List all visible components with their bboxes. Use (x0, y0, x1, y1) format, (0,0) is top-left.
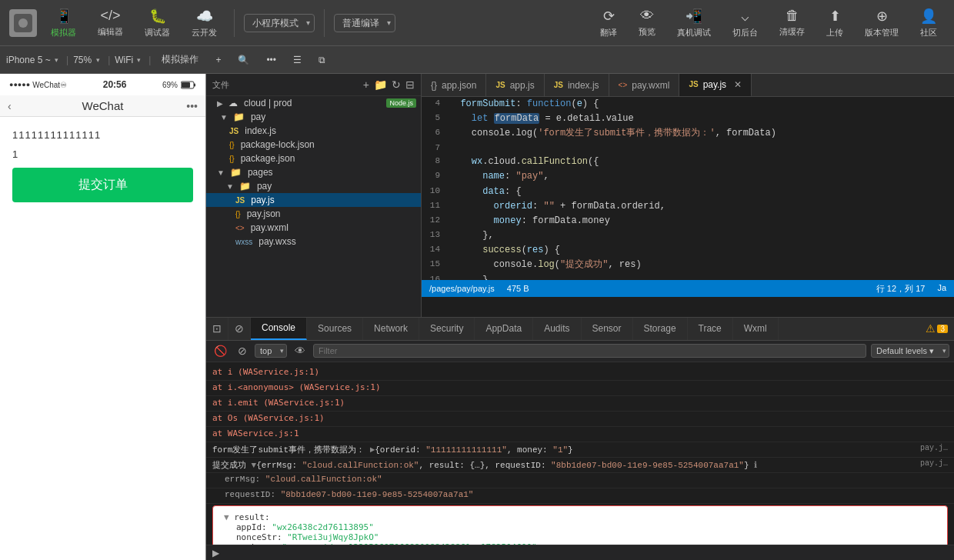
clear-btn[interactable]: 🗑 清缓存 (772, 5, 812, 41)
code-area[interactable]: 4 formSubmit: function(e) { 5 let formDa… (422, 97, 954, 280)
tree-item-pkg[interactable]: {} package.json (206, 152, 421, 165)
context-select-wrap[interactable]: top (255, 344, 287, 358)
menu-icon: ••• (266, 55, 276, 65)
tab-security[interactable]: Security (419, 317, 475, 340)
tree-item-pages[interactable]: ▼ 📁 pages (206, 165, 421, 179)
tab-app-js[interactable]: JS app.js (486, 74, 544, 97)
compile-select[interactable]: 普通编译 (334, 14, 395, 32)
tree-item-indexjs[interactable]: JS index.js (206, 124, 421, 138)
tab-sensor[interactable]: Sensor (582, 317, 633, 340)
close-tab-icon[interactable]: ✕ (734, 79, 742, 90)
zoom-select-wrap[interactable]: 75% (73, 55, 103, 65)
dt-clear-btn[interactable]: 🚫 (211, 343, 230, 358)
console-output[interactable]: at i (WAService.js:1) at i.<anonymous> (… (206, 362, 954, 545)
tab-app-json[interactable]: {} app.json (422, 74, 486, 97)
console-filter-input[interactable] (313, 344, 866, 358)
tab-storage[interactable]: Storage (633, 317, 688, 340)
dt-stop-btn[interactable]: ⊘ (235, 343, 250, 358)
refresh-icon[interactable]: ↻ (392, 78, 401, 91)
tab-pay-wxml[interactable]: <> pay.wxml (609, 74, 680, 97)
wifi-select[interactable]: WiFi (115, 55, 144, 65)
dt-warn-area: ⚠ 3 (926, 322, 954, 335)
dt-eye-btn[interactable]: 👁 (292, 343, 309, 358)
sim-back-icon[interactable]: ‹ (8, 100, 12, 112)
tab-wxml[interactable]: Wxml (733, 317, 779, 340)
device-select[interactable]: iPhone 5 ~ (6, 55, 62, 65)
list-btn[interactable]: ☰ (287, 53, 308, 67)
translate-btn[interactable]: ⟳ 翻译 (592, 5, 625, 42)
levels-select[interactable]: Default levels ▾ (871, 344, 949, 358)
upload-btn[interactable]: ⬆ 上传 (819, 5, 851, 42)
sim-op-btn[interactable]: 模拟操作 (155, 52, 205, 68)
code-line-10: 10 data: { (422, 185, 954, 199)
console-err-1[interactable]: at i (WAService.js:1) (206, 365, 954, 381)
debugger-btn[interactable]: 🐛 调试器 (137, 5, 178, 42)
tab-index-js[interactable]: JS index.js (545, 74, 609, 97)
svg-rect-3 (182, 82, 190, 88)
upper-area: 文件 + 📁 ↻ ⊟ ▶ ☁ cloud | prod Node.js (206, 74, 954, 317)
menu-btn[interactable]: ••• (260, 53, 282, 67)
json-icon-pay: {} (235, 210, 241, 218)
debugger-icon: 🐛 (149, 8, 166, 25)
code-line-14: 14 success(res) { (422, 243, 954, 258)
wifi-select-wrap[interactable]: WiFi (115, 55, 144, 65)
json-icon-pkg: {} (229, 155, 235, 163)
dt-cursor-icon[interactable]: ⊡ (212, 322, 222, 335)
cut-btn[interactable]: ⌵ 切后台 (725, 5, 766, 42)
page-btn[interactable]: ⧉ (312, 53, 332, 67)
tree-item-pkglock[interactable]: {} package-lock.json (206, 138, 421, 152)
tree-item-pay-sub[interactable]: ▼ 📁 pay (206, 179, 421, 193)
second-divider-2: | (108, 55, 110, 65)
console-err-3[interactable]: at i.emit (WAService.js:1) (206, 396, 954, 412)
search-btn[interactable]: 🔍 (232, 53, 255, 67)
version-btn[interactable]: ⊕ 版本管理 (857, 5, 906, 42)
mode-select-wrap[interactable]: 小程序模式 (244, 14, 315, 32)
sim-more-icon[interactable]: ••• (186, 100, 198, 112)
console-form-log[interactable]: form发生了submit事件，携带数据为： ►{orderid: "11111… (206, 442, 954, 458)
tab-console[interactable]: Console (251, 317, 307, 340)
dt-tab-pause: ⊘ (228, 317, 251, 340)
dt-pause-icon[interactable]: ⊘ (235, 322, 244, 335)
new-folder-icon[interactable]: 📁 (374, 78, 387, 91)
preview-btn[interactable]: 👁 预览 (631, 5, 663, 41)
tree-item-payjs[interactable]: JS pay.js (206, 193, 421, 207)
simulator-btn[interactable]: 📱 模拟器 (43, 5, 84, 42)
community-btn[interactable]: 👤 社区 (912, 5, 945, 42)
editor-btn[interactable]: </> 编辑器 (90, 5, 131, 41)
result-expanded-line[interactable]: ▼ result: (224, 512, 936, 522)
mode-select[interactable]: 小程序模式 (244, 14, 315, 32)
editor-icon: </> (100, 8, 120, 24)
tab-network[interactable]: Network (363, 317, 419, 340)
tree-item-cloud[interactable]: ▶ ☁ cloud | prod Node.js (206, 96, 421, 110)
console-success-log[interactable]: 提交成功 ▼{errMsg: "cloud.callFunction:ok", … (206, 458, 954, 473)
new-file-icon[interactable]: + (363, 78, 369, 91)
sim-submit-btn[interactable]: 提交订单 (12, 168, 193, 202)
simulator-panel: ●●●●● WeChat♾ 20:56 69% ‹ WeChat ••• 111… (0, 74, 206, 560)
console-err-5[interactable]: at WAService.js:1 (206, 427, 954, 442)
devtools-section: ⊡ ⊘ Console Sources Network Security (206, 317, 954, 561)
tab-sources[interactable]: Sources (307, 317, 363, 340)
collapse-icon[interactable]: ⊟ (405, 78, 415, 91)
levels-select-wrap[interactable]: Default levels ▾ (871, 344, 949, 358)
device-select-wrap[interactable]: iPhone 5 ~ (6, 55, 62, 65)
tree-item-paywxml[interactable]: <> pay.wxml (206, 221, 421, 235)
real-debug-btn[interactable]: 📲 真机调试 (669, 5, 719, 42)
tree-item-payjson[interactable]: {} pay.json (206, 207, 421, 221)
console-err-2[interactable]: at i.<anonymous> (WAService.js:1) (206, 381, 954, 396)
add-btn[interactable]: + (209, 53, 227, 67)
db-expand-icon[interactable]: ▶ (212, 548, 219, 558)
tab-pay-js[interactable]: JS pay.js ✕ (679, 74, 752, 97)
tab-audits[interactable]: Audits (533, 317, 581, 340)
context-select[interactable]: top (255, 344, 287, 358)
list-icon: ☰ (293, 55, 302, 65)
zoom-select[interactable]: 75% (73, 55, 103, 65)
tab-appdata[interactable]: AppData (475, 317, 533, 340)
tree-item-paywxss[interactable]: wxss pay.wxss (206, 235, 421, 248)
wxss-icon: wxss (235, 238, 252, 246)
tab-trace[interactable]: Trace (688, 317, 733, 340)
cloud-icon: ☁ (228, 98, 238, 108)
console-err-4[interactable]: at Os (WAService.js:1) (206, 412, 954, 427)
compile-select-wrap[interactable]: 普通编译 (334, 14, 395, 32)
cloud-btn[interactable]: ☁️ 云开发 (184, 5, 225, 42)
tree-item-pay[interactable]: ▼ 📁 pay (206, 110, 421, 124)
